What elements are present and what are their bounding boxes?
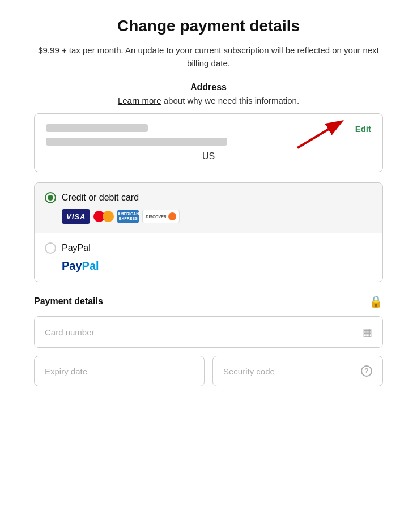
expiry-date-field[interactable] — [34, 356, 205, 386]
visa-logo: VISA — [62, 209, 90, 224]
edit-address-link[interactable]: Edit — [355, 124, 371, 134]
paypal-radio[interactable] — [45, 242, 56, 254]
card-logos: VISA AMERICAN EXPRESS DISCOVER — [62, 209, 372, 224]
payment-details-header: Payment details 🔒 — [34, 295, 383, 308]
lock-icon: 🔒 — [369, 295, 383, 308]
mc-circle-right — [103, 211, 114, 222]
credit-card-radio[interactable] — [45, 192, 56, 203]
credit-card-label: Credit or debit card — [62, 193, 139, 203]
paypal-logo: PayPal — [62, 259, 372, 273]
security-code-input[interactable] — [223, 367, 361, 376]
paypal-label: PayPal — [62, 243, 91, 253]
address-placeholder-line-1 — [46, 124, 148, 132]
address-placeholder-line-2 — [46, 138, 227, 146]
credit-card-option[interactable]: Credit or debit card VISA AMERICAN EXPRE… — [35, 183, 382, 233]
payment-details-title: Payment details — [34, 296, 103, 307]
discover-logo: DISCOVER — [142, 210, 180, 223]
address-country: US — [46, 151, 371, 161]
mastercard-logo — [93, 210, 114, 223]
svg-line-1 — [297, 122, 340, 148]
learn-more-link[interactable]: Learn more — [118, 96, 161, 105]
security-code-help-icon[interactable]: ? — [361, 365, 372, 377]
paypal-option[interactable]: PayPal PayPal — [35, 233, 382, 282]
payment-details-section: Payment details 🔒 ▦ ? — [34, 295, 383, 386]
subtitle: $9.99 + tax per month. An update to your… — [34, 44, 383, 70]
amex-logo: AMERICAN EXPRESS — [117, 210, 139, 223]
discover-circle — [168, 212, 176, 220]
payment-method-card: Credit or debit card VISA AMERICAN EXPRE… — [34, 182, 383, 282]
card-secondary-fields: ? — [34, 356, 383, 386]
address-card: US Edit — [34, 113, 383, 172]
expiry-date-input[interactable] — [45, 367, 194, 376]
card-number-input[interactable] — [45, 327, 363, 337]
card-icon: ▦ — [363, 326, 372, 338]
discover-text: DISCOVER — [146, 215, 167, 219]
page-title: Change payment details — [117, 17, 300, 35]
card-number-field[interactable]: ▦ — [34, 316, 383, 348]
address-info-text: Learn more about why we need this inform… — [118, 96, 299, 105]
security-code-field[interactable]: ? — [212, 356, 383, 386]
credit-card-radio-inner — [48, 195, 53, 201]
address-section-label: Address — [190, 82, 227, 92]
arrow-icon — [295, 117, 351, 151]
